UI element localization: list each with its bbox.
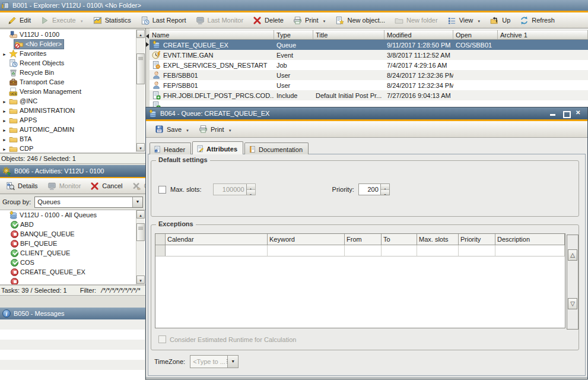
table-row-fhr-jobi[interactable]: FHR.JOBI.DFLT_POST_PRCS.COD... Include D… <box>150 90 588 100</box>
last-report-icon <box>141 16 150 25</box>
monitor-icon <box>47 182 56 191</box>
maximize-icon[interactable] <box>562 110 570 117</box>
queue-item-bfi[interactable]: BFI_QUEUE <box>0 239 145 248</box>
priority-value[interactable]: 200 <box>359 184 380 195</box>
explorer-scrollbar[interactable] <box>136 30 145 152</box>
column-header-type[interactable]: Type <box>274 30 313 39</box>
column-header-title[interactable]: Title <box>313 30 384 39</box>
table-row-create-queue-ex[interactable]: CREATE_QUEUE_EX Queue 9/11/2017 1:28:50 … <box>150 40 588 50</box>
queue-dialog-titlebar[interactable]: B064 - Queue: CREATE_QUEUE_EX <box>146 107 587 119</box>
column-header-max-slots[interactable]: Max. slots <box>417 234 459 245</box>
tree-item-recycle-bin[interactable]: Recycle Bin <box>0 68 145 77</box>
priority-stepper[interactable]: 200 <box>358 183 390 195</box>
expander-icon[interactable] <box>2 135 7 142</box>
expander-icon[interactable] <box>2 145 7 152</box>
tree-item-favorites[interactable]: Favorites <box>0 49 145 58</box>
dialog-resize-edge[interactable] <box>146 377 587 379</box>
scroll-up-icon[interactable] <box>136 210 145 218</box>
max-slots-checkbox[interactable] <box>158 186 166 194</box>
column-header-to[interactable]: To <box>382 234 417 245</box>
cell-name: FEP/SBB01 <box>163 82 198 89</box>
column-header-name[interactable]: Name <box>150 30 274 39</box>
dialog-print-button[interactable]: Print <box>194 124 237 135</box>
view-dropdown-icon[interactable] <box>476 17 481 24</box>
refresh-button[interactable]: Refresh <box>515 15 560 26</box>
timezone-dropdown-icon[interactable] <box>228 355 239 368</box>
activities-scrollbar[interactable] <box>136 210 145 284</box>
new-object-button[interactable]: New object... <box>330 15 390 26</box>
close-icon[interactable] <box>575 110 583 117</box>
expander-icon[interactable] <box>2 126 7 133</box>
tree-item-version-management[interactable]: Version Management <box>0 87 145 96</box>
scroll-up-icon[interactable] <box>136 30 145 38</box>
save-dropdown-icon[interactable] <box>185 126 189 133</box>
table-row-expl-services[interactable]: EXPL_SERVICES_DSN_RESTART Job 7/4/2017 4… <box>150 60 588 70</box>
cancel-button[interactable]: Cancel <box>85 180 127 192</box>
scroll-down-icon[interactable] <box>136 276 145 284</box>
tree-item-automic-admin[interactable]: AUTOMIC_ADMIN <box>0 125 145 134</box>
tree-label: Favorites <box>20 50 46 57</box>
column-header-priority[interactable]: Priority <box>459 234 495 245</box>
queue-item-abd[interactable]: ABD <box>0 220 145 229</box>
spin-up-icon[interactable] <box>381 184 389 190</box>
scrollbar-thumb[interactable] <box>136 53 145 84</box>
tree-item-inc[interactable]: @INC <box>0 96 145 106</box>
last-report-button[interactable]: Last Report <box>136 15 191 26</box>
column-header-keyword[interactable]: Keyword <box>268 234 345 245</box>
minimize-icon[interactable] <box>549 110 557 117</box>
tree-item-client-root[interactable]: V112U - 0100 <box>0 30 145 39</box>
tree-item-bta[interactable]: BTA <box>0 134 145 144</box>
expander-icon[interactable] <box>2 116 7 124</box>
column-header-open[interactable]: Open <box>453 30 498 39</box>
queue-item-create-queue-ex[interactable]: CREATE_QUEUE_EX <box>0 267 145 277</box>
collapse-left-icon[interactable] <box>146 34 149 39</box>
column-header-description[interactable]: Description <box>495 234 565 245</box>
messages-panel-header[interactable]: B050 - Messages <box>0 308 145 319</box>
tree-item-recent-objects[interactable]: Recent Objects <box>0 58 145 68</box>
tree-item-no-folder[interactable]: <No Folder> <box>5 39 145 49</box>
scroll-down-icon[interactable] <box>136 143 145 151</box>
tree-item-transport-case[interactable]: Transport Case <box>0 77 145 87</box>
print-dropdown-icon[interactable] <box>227 126 232 133</box>
up-button[interactable]: Up <box>485 15 515 26</box>
timezone-input[interactable]: <Type to ... <box>190 355 228 368</box>
edit-button[interactable]: Edit <box>3 15 36 26</box>
tree-item-administration[interactable]: ADMINISTRATION <box>0 106 145 115</box>
column-header-archive1[interactable]: Archive 1 <box>498 30 588 39</box>
table-row-evnt-time-gan[interactable]: EVNT.TIME.GAN Event 3/8/2017 11:12:52 AM <box>150 50 588 60</box>
details-button[interactable]: Details <box>1 180 43 192</box>
view-button[interactable]: View <box>443 15 486 26</box>
column-header-calendar[interactable]: Calendar <box>166 234 268 245</box>
print-button[interactable]: Print <box>288 15 331 26</box>
queue-root-item[interactable]: V112U - 0100 - All Queues <box>0 210 145 220</box>
table-row-feb-sbb01[interactable]: FEB/SBB01 User 8/24/2017 12:32:36 PM <box>150 70 588 80</box>
column-header-from[interactable]: From <box>345 234 382 245</box>
expander-icon[interactable] <box>2 50 7 57</box>
expander-icon[interactable] <box>2 107 7 114</box>
statistics-button[interactable]: Statistics <box>88 15 136 26</box>
tab-documentation[interactable]: Documentation <box>244 142 309 154</box>
tree-item-apps[interactable]: APPS <box>0 115 145 125</box>
column-header-modified[interactable]: Modified <box>384 30 453 39</box>
queue-item-banque[interactable]: BANQUE_QUEUE <box>0 229 145 239</box>
scrollbar-thumb[interactable] <box>136 223 145 241</box>
folder-icon <box>9 125 18 134</box>
exceptions-empty-row[interactable] <box>155 245 565 256</box>
delete-button[interactable]: Delete <box>248 15 288 26</box>
move-up-button[interactable] <box>568 249 577 261</box>
queue-item-client[interactable]: CLIENT_QUEUE <box>0 248 145 258</box>
queue-item-cos[interactable]: COS <box>0 258 145 267</box>
activities-panel-header[interactable]: B006 - Activities: V112U - 0100 <box>0 165 145 177</box>
main-titlebar[interactable]: B001 - Explorer: V112U - 0100\ <No Folde… <box>0 0 588 11</box>
tree-item-cdp[interactable]: CDP <box>0 144 145 153</box>
spin-down-icon[interactable] <box>381 190 389 195</box>
tab-attributes[interactable]: Attributes <box>192 141 243 154</box>
table-row-fep-sbb01[interactable]: FEP/SBB01 User 8/24/2017 12:32:34 PM <box>150 80 588 90</box>
group-by-select[interactable]: Queues <box>34 197 143 208</box>
chevron-down-icon[interactable] <box>132 197 142 207</box>
expander-icon[interactable] <box>2 97 7 104</box>
move-down-button[interactable] <box>568 298 577 309</box>
print-dropdown-icon[interactable] <box>322 17 326 24</box>
save-button[interactable]: Save <box>150 124 194 135</box>
tab-header[interactable]: Header <box>150 142 191 154</box>
